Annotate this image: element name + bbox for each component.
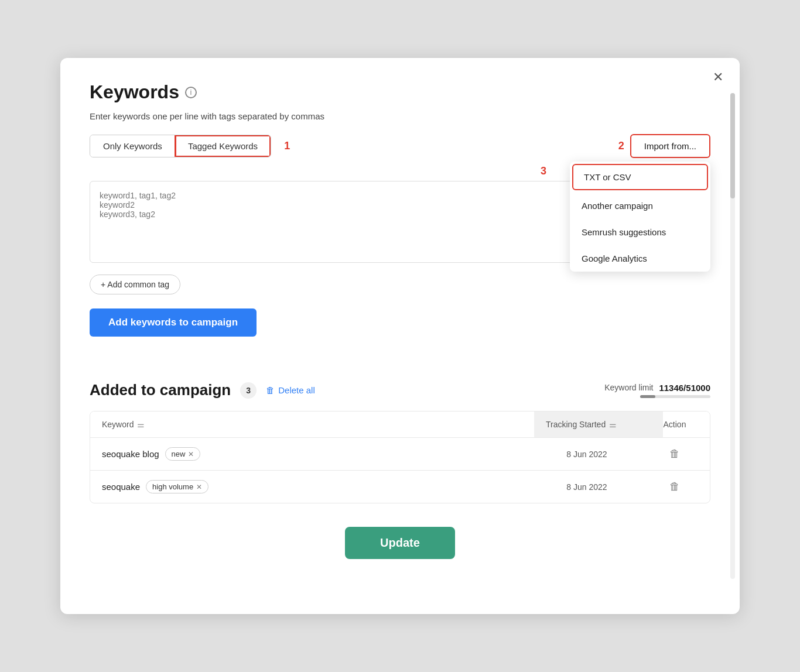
add-common-tag-button[interactable]: + Add common tag xyxy=(90,275,180,294)
table-row: seoquake high volume ✕ 8 Jun 2022 🗑 xyxy=(90,471,710,503)
delete-all-button[interactable]: 🗑 Delete all xyxy=(266,385,315,395)
import-step-number: 2 xyxy=(618,140,624,152)
dropdown-item-txt-csv[interactable]: TXT or CSV xyxy=(572,164,708,190)
modal: ✕ Keywords i Enter keywords one per line… xyxy=(60,58,740,614)
keyword-text-2: seoquake xyxy=(102,482,140,492)
td-action-1: 🗑 xyxy=(651,448,698,460)
trash-icon: 🗑 xyxy=(266,385,275,395)
td-keyword-2: seoquake high volume ✕ xyxy=(102,480,522,493)
step3-label: 3 xyxy=(541,165,546,177)
keyword-text-1: seoquake blog xyxy=(102,449,159,459)
dropdown-item-another-campaign[interactable]: Another campaign xyxy=(570,193,710,219)
table-header-row: Keyword ⚌ Tracking Started ⚌ Action xyxy=(90,412,710,438)
page-title: Keywords xyxy=(90,81,179,103)
scrollbar-track[interactable] xyxy=(730,93,735,579)
th-keyword: Keyword ⚌ xyxy=(102,420,534,429)
keywords-table: Keyword ⚌ Tracking Started ⚌ Action seoq… xyxy=(90,411,710,503)
tab-step-number: 1 xyxy=(284,140,290,152)
close-button[interactable]: ✕ xyxy=(713,71,723,84)
tab-only-keywords[interactable]: Only Keywords xyxy=(90,135,175,157)
progress-bar-fill xyxy=(640,395,655,398)
add-keywords-button[interactable]: Add keywords to campaign xyxy=(90,308,257,337)
import-area: 2 Import from... TXT or CSV Another camp… xyxy=(618,134,710,158)
campaign-section-title: Added to campaign xyxy=(90,381,231,399)
update-button[interactable]: Update xyxy=(345,527,455,559)
delete-row-2-button[interactable]: 🗑 xyxy=(669,481,680,493)
tag-chip-new: new ✕ xyxy=(165,447,201,461)
campaign-section-header: Added to campaign 3 🗑 Delete all Keyword… xyxy=(90,381,710,399)
tabs-row: Only Keywords Tagged Keywords 1 2 Import… xyxy=(90,134,710,158)
tracking-filter-icon[interactable]: ⚌ xyxy=(609,420,617,429)
td-action-2: 🗑 xyxy=(651,481,698,493)
subtitle: Enter keywords one per line with tags se… xyxy=(90,111,710,121)
delete-all-label: Delete all xyxy=(278,385,315,395)
keyword-limit-area: Keyword limit 11346/51000 xyxy=(604,383,710,398)
import-button[interactable]: Import from... xyxy=(630,134,710,158)
delete-row-1-button[interactable]: 🗑 xyxy=(669,448,680,460)
modal-title-row: Keywords i xyxy=(90,81,710,103)
td-keyword-1: seoquake blog new ✕ xyxy=(102,447,522,461)
keyword-filter-icon[interactable]: ⚌ xyxy=(137,420,145,429)
tabs-container: Only Keywords Tagged Keywords xyxy=(90,135,271,157)
table-row: seoquake blog new ✕ 8 Jun 2022 🗑 xyxy=(90,438,710,471)
td-tracking-2: 8 Jun 2022 xyxy=(522,482,651,492)
tag-chip-high-volume: high volume ✕ xyxy=(146,480,208,493)
tag-remove-new[interactable]: ✕ xyxy=(188,450,194,458)
tab-tagged-keywords[interactable]: Tagged Keywords xyxy=(175,135,271,157)
th-action: Action xyxy=(651,420,698,429)
dropdown-item-google-analytics[interactable]: Google Analytics xyxy=(570,245,710,272)
keyword-limit-value: 11346/51000 xyxy=(659,383,710,393)
tag-remove-high-volume[interactable]: ✕ xyxy=(196,483,202,491)
info-icon[interactable]: i xyxy=(185,87,197,98)
keyword-limit-label: Keyword limit xyxy=(604,383,653,392)
dropdown-item-semrush[interactable]: Semrush suggestions xyxy=(570,219,710,245)
scrollbar-thumb[interactable] xyxy=(730,93,735,198)
progress-bar-background xyxy=(640,395,710,398)
td-tracking-1: 8 Jun 2022 xyxy=(522,450,651,459)
campaign-count-badge: 3 xyxy=(240,382,257,399)
import-dropdown: TXT or CSV Another campaign Semrush sugg… xyxy=(570,162,710,272)
th-tracking-started: Tracking Started ⚌ xyxy=(534,412,663,437)
modal-overlay: ✕ Keywords i Enter keywords one per line… xyxy=(49,43,751,629)
